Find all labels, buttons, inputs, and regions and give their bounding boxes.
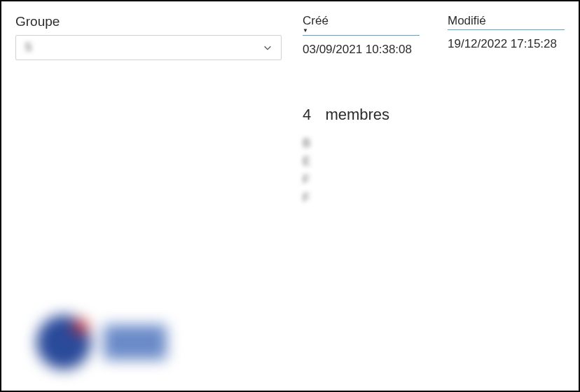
logo-circle-icon <box>36 315 91 370</box>
group-dropdown[interactable]: S <box>15 35 282 60</box>
created-column-header[interactable]: Créé ▼ <box>303 14 420 36</box>
members-label: membres <box>325 106 389 123</box>
list-item: B <box>303 136 565 150</box>
modified-column-header[interactable]: Modifié <box>448 14 565 30</box>
logo-block-icon <box>104 325 167 360</box>
list-item: F <box>303 191 565 205</box>
chevron-down-icon <box>263 43 272 52</box>
group-selected-value: S <box>25 41 32 54</box>
members-list: B E F F <box>303 136 565 205</box>
created-label: Créé <box>303 14 329 27</box>
list-item: E <box>303 155 565 169</box>
members-count: 4 <box>303 106 311 124</box>
members-heading: 4 membres <box>303 106 565 124</box>
created-value: 03/09/2021 10:38:08 <box>303 36 420 57</box>
modified-label: Modifié <box>448 14 486 27</box>
logo <box>36 315 167 370</box>
modified-value: 19/12/2022 17:15:28 <box>448 30 565 51</box>
list-item: F <box>303 173 565 187</box>
sort-descending-icon: ▼ <box>303 28 420 34</box>
group-label: Groupe <box>15 14 282 29</box>
